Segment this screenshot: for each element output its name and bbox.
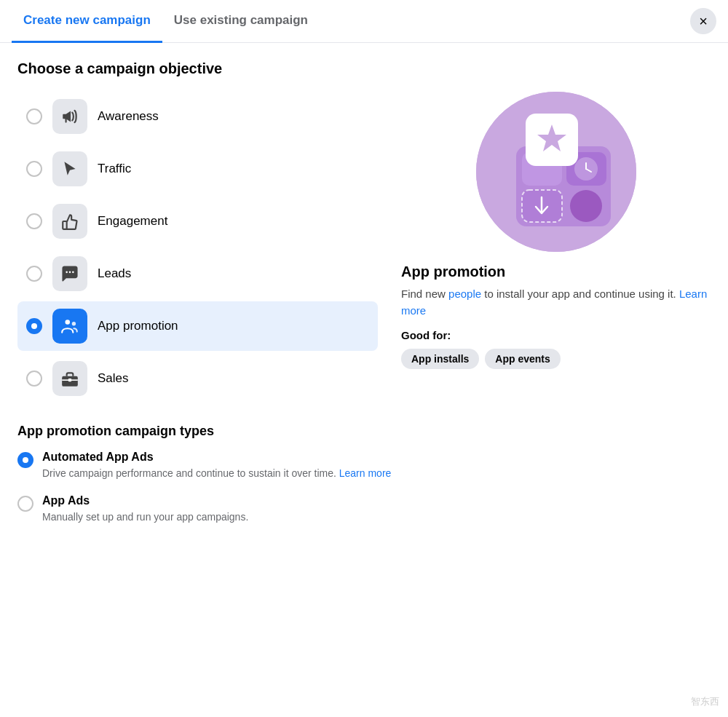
svg-point-3 bbox=[66, 320, 71, 325]
automated-label: Automated App Ads bbox=[42, 451, 391, 464]
thumbsup-icon bbox=[60, 212, 79, 231]
radio-engagement[interactable] bbox=[26, 213, 42, 229]
svg-point-2 bbox=[72, 272, 74, 274]
automated-text: Automated App Ads Drive campaign perform… bbox=[42, 451, 391, 481]
radio-traffic[interactable] bbox=[26, 161, 42, 177]
awareness-label: Awareness bbox=[98, 109, 159, 124]
automated-desc-start: Drive campaign performance and continue … bbox=[42, 467, 336, 479]
radio-app-promotion[interactable] bbox=[26, 318, 42, 334]
chat-icon bbox=[60, 264, 79, 283]
app-promotion-label: App promotion bbox=[98, 319, 178, 333]
sales-icon-box bbox=[52, 361, 87, 396]
people-icon bbox=[60, 317, 79, 336]
objective-traffic[interactable]: Traffic bbox=[17, 144, 378, 194]
app-ads-text: App Ads Manually set up and run your app… bbox=[42, 494, 248, 525]
awareness-icon-box bbox=[52, 99, 87, 134]
tab-create[interactable]: Create new campaign bbox=[12, 0, 162, 43]
bottom-section: App promotion campaign types Automated A… bbox=[17, 424, 711, 524]
campaign-types-title: App promotion campaign types bbox=[17, 424, 711, 439]
tag-app-installs: App installs bbox=[401, 349, 479, 369]
radio-awareness[interactable] bbox=[26, 108, 42, 124]
traffic-label: Traffic bbox=[98, 162, 131, 176]
campaign-type-automated[interactable]: Automated App Ads Drive campaign perform… bbox=[17, 451, 711, 481]
preview-desc-start: Find new bbox=[401, 288, 448, 300]
svg-point-17 bbox=[570, 190, 602, 222]
preview-title: App promotion bbox=[401, 264, 711, 280]
content-area: Choose a campaign objective Awa bbox=[0, 43, 728, 717]
briefcase-icon bbox=[60, 369, 79, 388]
tag-app-events: App events bbox=[485, 349, 560, 369]
traffic-icon-box bbox=[52, 151, 87, 186]
radio-automated[interactable] bbox=[17, 452, 33, 468]
engagement-icon-box bbox=[52, 204, 87, 239]
automated-desc: Drive campaign performance and continue … bbox=[42, 467, 391, 481]
radio-sales[interactable] bbox=[26, 371, 42, 387]
leads-icon-box bbox=[52, 256, 87, 291]
radio-leads[interactable] bbox=[26, 266, 42, 282]
objective-sales[interactable]: Sales bbox=[17, 354, 378, 403]
radio-app-ads[interactable] bbox=[17, 496, 33, 512]
cursor-icon bbox=[60, 159, 79, 178]
leads-label: Leads bbox=[98, 266, 131, 281]
objective-leads[interactable]: Leads bbox=[17, 249, 378, 298]
app-promotion-icon-box bbox=[52, 309, 87, 344]
objective-app-promotion[interactable]: App promotion bbox=[17, 301, 378, 351]
modal: Create new campaign Use existing campaig… bbox=[0, 0, 728, 717]
good-for-label: Good for: bbox=[401, 329, 711, 341]
tab-existing[interactable]: Use existing campaign bbox=[162, 0, 320, 43]
main-layout: Awareness Traffic bbox=[17, 92, 711, 403]
campaign-type-app-ads[interactable]: App Ads Manually set up and run your app… bbox=[17, 494, 711, 525]
svg-rect-7 bbox=[68, 379, 71, 381]
preview-illustration bbox=[476, 92, 636, 252]
preview-people-link[interactable]: people bbox=[448, 288, 481, 300]
megaphone-icon bbox=[60, 107, 79, 126]
objective-engagement[interactable]: Engagement bbox=[17, 197, 378, 246]
section-heading: Choose a campaign objective bbox=[17, 60, 711, 77]
tab-bar: Create new campaign Use existing campaig… bbox=[0, 0, 728, 43]
objectives-list: Awareness Traffic bbox=[17, 92, 378, 403]
svg-point-4 bbox=[72, 322, 76, 325]
svg-point-1 bbox=[69, 272, 71, 274]
app-ads-label: App Ads bbox=[42, 494, 248, 507]
objective-awareness[interactable]: Awareness bbox=[17, 92, 378, 141]
preview-description: Find new people to install your app and … bbox=[401, 286, 711, 319]
app-ads-desc: Manually set up and run your app campaig… bbox=[42, 510, 248, 525]
preview-panel: App promotion Find new people to install… bbox=[378, 92, 711, 403]
automated-learn-more[interactable]: Learn more bbox=[339, 467, 392, 479]
engagement-label: Engagement bbox=[98, 214, 167, 229]
sales-label: Sales bbox=[98, 371, 129, 386]
app-promo-illustration bbox=[476, 92, 636, 252]
preview-desc-mid: to install your app and continue using i… bbox=[481, 288, 676, 300]
tag-list: App installs App events bbox=[401, 349, 711, 369]
svg-point-0 bbox=[66, 272, 68, 274]
watermark: 智东西 bbox=[691, 695, 719, 708]
close-button[interactable]: × bbox=[690, 8, 716, 34]
